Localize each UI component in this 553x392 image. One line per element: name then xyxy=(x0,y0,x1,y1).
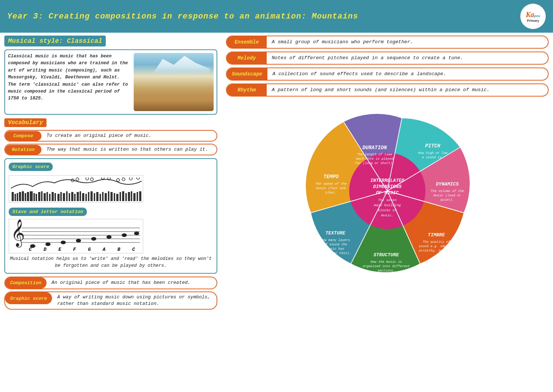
svg-rect-36 xyxy=(82,193,84,201)
svg-rect-49 xyxy=(120,192,121,201)
notation-box: Graphic score xyxy=(4,158,217,274)
svg-point-4 xyxy=(101,177,104,179)
graphic-score-label: Graphic score xyxy=(9,163,53,171)
glossary-item-ensemble: Ensemble A small group of musicians who … xyxy=(226,36,549,49)
svg-text:slow).: slow). xyxy=(325,191,337,195)
svg-rect-55 xyxy=(137,192,138,201)
svg-text:The length of time: The length of time xyxy=(357,153,392,156)
svg-rect-30 xyxy=(66,191,68,201)
svg-text:The quality of: The quality of xyxy=(423,240,450,244)
note-labels: CDEFGABC xyxy=(23,247,141,253)
svg-rect-29 xyxy=(63,193,65,201)
svg-rect-54 xyxy=(133,193,136,201)
glossary-def-melody: Notes of different pitches played in a s… xyxy=(267,52,468,64)
vocab-item-notation: Notation The way that music is written s… xyxy=(4,144,217,155)
music-description: Classical music is music that has been c… xyxy=(8,53,130,111)
svg-rect-24 xyxy=(49,194,51,201)
glossary-item-rhythm: Rhythm A pattern of long and short sound… xyxy=(226,83,549,97)
svg-text:music (fast and: music (fast and xyxy=(316,187,346,190)
svg-rect-17 xyxy=(30,191,33,201)
svg-text:of sound the: of sound the xyxy=(324,243,347,246)
svg-rect-56 xyxy=(139,191,141,201)
svg-point-66 xyxy=(76,239,81,242)
notation-caption: Musical notation helps us to 'write' and… xyxy=(9,256,213,269)
logo-sub: Primary xyxy=(527,19,539,23)
svg-rect-38 xyxy=(88,192,89,201)
right-column: Ensemble A small group of musicians who … xyxy=(222,33,553,315)
svg-text:The speed of the: The speed of the xyxy=(315,182,347,186)
svg-rect-33 xyxy=(74,194,76,201)
svg-rect-39 xyxy=(90,191,93,201)
svg-text:main building: main building xyxy=(374,203,401,207)
svg-text:How many layers: How many layers xyxy=(320,238,350,242)
vocab-term-compose: Compose xyxy=(5,131,41,141)
svg-rect-15 xyxy=(25,193,26,201)
svg-rect-52 xyxy=(128,192,130,201)
svg-rect-27 xyxy=(57,194,60,201)
svg-rect-50 xyxy=(122,191,124,201)
svg-rect-46 xyxy=(110,192,113,201)
svg-point-9 xyxy=(137,177,140,179)
svg-text:quiet).: quiet). xyxy=(440,198,454,202)
svg-rect-43 xyxy=(102,192,104,201)
svg-rect-34 xyxy=(77,192,79,201)
svg-text:TIMBRE: TIMBRE xyxy=(428,232,445,238)
svg-point-8 xyxy=(129,177,132,180)
svg-rect-25 xyxy=(52,192,54,201)
svg-text:sections.: sections. xyxy=(378,269,395,273)
svg-rect-21 xyxy=(41,191,43,201)
svg-text:STRUCTURE: STRUCTURE xyxy=(374,252,399,258)
vocab-term-notation: Notation xyxy=(5,145,41,155)
vocab-item-graphic-score: Graphic score A way of writing music dow… xyxy=(4,291,217,310)
svg-rect-23 xyxy=(47,192,48,201)
svg-rect-32 xyxy=(71,192,73,201)
svg-rect-35 xyxy=(80,191,81,201)
mountain-image xyxy=(134,53,214,111)
svg-text:scratchy, twinkly.: scratchy, twinkly. xyxy=(419,249,454,253)
svg-rect-44 xyxy=(105,193,107,201)
svg-text:music.: music. xyxy=(381,213,393,217)
svg-text:for (long or short).: for (long or short). xyxy=(355,162,394,165)
svg-point-3 xyxy=(90,178,93,181)
svg-rect-14 xyxy=(22,191,24,201)
svg-text:(thick or thin).: (thick or thin). xyxy=(320,252,351,255)
svg-text:PITCH: PITCH xyxy=(425,143,441,149)
svg-text:TEMPO: TEMPO xyxy=(323,174,339,180)
glossary-term-rhythm: Rhythm xyxy=(227,84,267,96)
vocab-item-compose: Compose To create an original piece of m… xyxy=(4,130,217,142)
svg-text:a sound is.: a sound is. xyxy=(422,156,443,159)
svg-rect-13 xyxy=(19,192,21,201)
svg-text:sound e.g. smooth,: sound e.g. smooth, xyxy=(419,245,454,248)
svg-text:each note is played: each note is played xyxy=(356,157,393,161)
svg-rect-22 xyxy=(44,193,46,201)
svg-point-70 xyxy=(134,232,139,235)
svg-text:DYNAMICS: DYNAMICS xyxy=(436,181,459,187)
glossary-def-rhythm: A pattern of long and short sounds (and … xyxy=(267,84,495,96)
vocab-term-graphic-score: Graphic score xyxy=(5,292,52,304)
svg-text:How high or low: How high or low xyxy=(418,151,448,155)
glossary-item-soundscape: Soundscape A collection of sound effects… xyxy=(226,68,549,81)
svg-rect-19 xyxy=(36,194,37,201)
svg-point-65 xyxy=(61,241,66,244)
svg-rect-20 xyxy=(38,192,40,201)
glossary-def-soundscape: A collection of sound effects used to de… xyxy=(267,68,451,80)
svg-point-69 xyxy=(122,233,127,237)
glossary-def-ensemble: A small group of musicians who perform t… xyxy=(267,36,418,48)
vocab-def-notation: The way that music is written so that ot… xyxy=(41,144,213,155)
svg-point-2 xyxy=(86,177,89,180)
svg-text:DURATION: DURATION xyxy=(362,145,387,151)
svg-text:The volume of the: The volume of the xyxy=(431,189,464,193)
svg-rect-10 xyxy=(12,192,14,201)
vocab-def-compose: To create an original piece of music. xyxy=(41,131,157,141)
svg-text:INTERRELATED: INTERRELATED xyxy=(370,178,404,183)
stave-lines-svg xyxy=(22,224,153,249)
svg-text:TEXTURE: TEXTURE xyxy=(326,230,346,236)
svg-text:The seven: The seven xyxy=(378,198,397,202)
svg-rect-26 xyxy=(55,193,56,201)
vocab-term-composition: Composition xyxy=(5,277,47,289)
glossary-term-ensemble: Ensemble xyxy=(227,36,267,48)
graphic-bars-svg xyxy=(11,190,142,201)
svg-rect-16 xyxy=(27,192,29,201)
svg-rect-53 xyxy=(131,191,132,201)
svg-rect-41 xyxy=(96,192,98,201)
